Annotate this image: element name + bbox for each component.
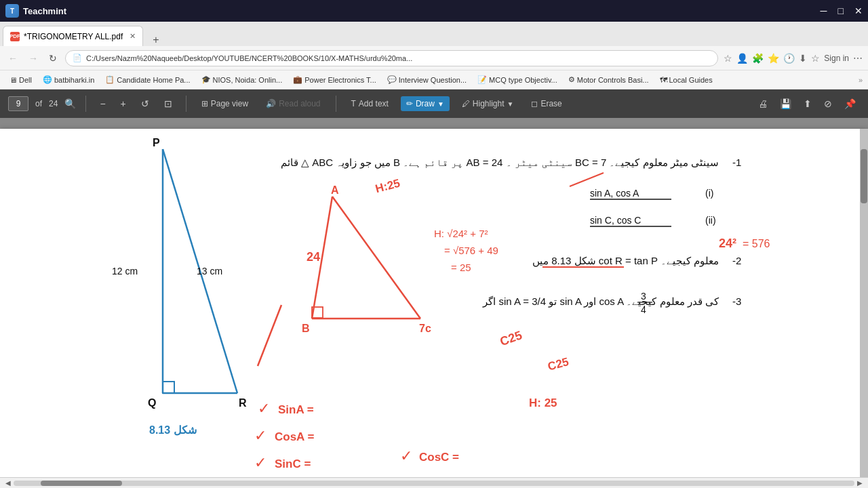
svg-rect-28 (312, 307, 323, 318)
pdf-page: P Q R 12 cm 13 cm 8.13 شکل قائم △ ABC می… (0, 129, 868, 477)
zoom-in-button[interactable]: + (117, 97, 130, 110)
scrollbar-thumb[interactable] (861, 149, 867, 203)
svg-text:8.13 شکل: 8.13 شکل (149, 424, 197, 436)
zoom-out-button[interactable]: − (96, 97, 109, 110)
svg-text:اگر sin A = 3/4 تو sin A اور c: اگر sin A = 3/4 تو sin A اور cos A کی قد… (482, 296, 719, 308)
bookmarks-more[interactable]: » (859, 76, 863, 84)
bookmark-dell[interactable]: 🖥 Dell (5, 75, 36, 85)
svg-text:✓: ✓ (400, 447, 412, 464)
app-logo: T Teachmint (5, 4, 66, 18)
bottom-scroll-track[interactable] (14, 481, 854, 486)
signin-button[interactable]: Sign in (824, 54, 849, 63)
tab-trigonometry[interactable]: PDF *TRIGONOMETRY ALL.pdf ✕ (3, 26, 143, 46)
print-button[interactable]: 🖨 (754, 97, 772, 110)
svg-text:sin A, cos A: sin A, cos A (590, 188, 639, 199)
tab-bar: PDF *TRIGONOMETRY ALL.pdf ✕ + (0, 22, 868, 46)
svg-line-26 (332, 197, 420, 319)
pin-button[interactable]: 📌 (840, 97, 860, 110)
bookmark-candidate[interactable]: 📋 Candidate Home Pa... (101, 74, 194, 85)
bookmark-icon: 🌐 (43, 75, 52, 84)
svg-text:4: 4 (641, 304, 646, 315)
svg-line-50 (258, 305, 281, 366)
bookmark-icon: 🎓 (201, 75, 211, 84)
title-bar-right: ─ □ ✕ (821, 5, 863, 16)
bookmark-motor[interactable]: ⚙ Motor Controls Basi... (564, 74, 653, 85)
scroll-left-arrow[interactable]: ◀ (5, 479, 11, 487)
profile-icon[interactable]: 👤 (736, 53, 748, 64)
svg-text:-2: -2 (732, 255, 741, 266)
svg-text:A: A (331, 184, 339, 196)
bottom-scroll-thumb[interactable] (41, 481, 122, 486)
highlight-icon: 🖊 (462, 99, 470, 108)
url-bar[interactable]: 📄 C:/Users/Nazm%20Naqueeb/Desktop/YOUTUB… (65, 50, 718, 66)
bookmark-mcq[interactable]: 📝 MCQ type Objectiv... (473, 74, 561, 85)
svg-text:7c: 7c (419, 323, 431, 334)
tab-pdf-icon: PDF (10, 32, 20, 41)
collections-icon[interactable]: ⭐ (768, 53, 779, 64)
pdf-right-tools: 🖨 💾 ⬆ ⊘ 📌 (754, 97, 860, 110)
more-tools-button[interactable]: ⊘ (820, 97, 836, 110)
favorites-icon[interactable]: ☆ (811, 53, 820, 64)
erase-icon: ◻ (531, 99, 538, 108)
close-button[interactable]: ✕ (854, 5, 863, 16)
bookmark-batbiharki[interactable]: 🌐 batbiharki.in (39, 74, 98, 85)
bottom-scrollbar[interactable]: ◀ ▶ (0, 477, 868, 488)
bookmark-nios[interactable]: 🎓 NIOS, Noida: Onlin... (197, 74, 287, 85)
read-aloud-button[interactable]: 🔊 Read aloud (260, 96, 326, 111)
tab-close-icon[interactable]: ✕ (130, 32, 136, 41)
url-text: C:/Users/Nazm%20Naqueeb/Desktop/YOUTUBE/… (86, 54, 412, 62)
pdf-annotations: P Q R 12 cm 13 cm 8.13 شکل قائم △ ABC می… (0, 129, 868, 477)
svg-text:= √576 + 49: = √576 + 49 (444, 245, 498, 256)
draw-button[interactable]: ✏ Draw ▼ (401, 96, 450, 111)
svg-text:24²: 24² (719, 237, 736, 250)
svg-line-2 (163, 149, 237, 393)
svg-line-52 (570, 173, 604, 186)
highlight-button[interactable]: 🖊 Highlight ▼ (456, 96, 519, 111)
page-of-label: of (35, 99, 42, 108)
right-scrollbar[interactable] (860, 129, 868, 477)
menu-icon[interactable]: ⋯ (853, 53, 863, 64)
fit-button[interactable]: ⊡ (160, 97, 176, 110)
svg-text:Q: Q (148, 397, 156, 409)
bookmark-icon: 📋 (105, 75, 115, 84)
bookmark-local-guides[interactable]: 🗺 Local Guides (656, 75, 717, 85)
refresh-button[interactable]: ↻ (46, 50, 60, 66)
svg-text:H: 25: H: 25 (529, 396, 557, 409)
page-number-input[interactable] (8, 96, 28, 111)
svg-text:C25: C25 (498, 328, 524, 348)
downloads-icon[interactable]: ⬇ (799, 53, 807, 64)
star-icon[interactable]: ☆ (724, 53, 732, 64)
erase-button[interactable]: ◻ Erase (526, 96, 567, 111)
bookmark-icon: 💼 (293, 75, 302, 84)
add-text-button[interactable]: T Add text (346, 96, 394, 111)
bookmark-interview[interactable]: 💬 Interview Question... (383, 74, 471, 85)
save-button[interactable]: 💾 (776, 97, 795, 110)
svg-text:SinA =: SinA = (278, 403, 314, 416)
new-tab-button[interactable]: + (147, 34, 164, 46)
rotate-button[interactable]: ↺ (137, 97, 153, 110)
page-total-label: 24 (49, 99, 58, 108)
bookmark-icon: ⚙ (568, 75, 575, 84)
back-button[interactable]: ← (5, 50, 20, 66)
share-button[interactable]: ⬆ (800, 97, 816, 110)
bookmark-icon: 💬 (387, 75, 397, 84)
svg-text:= 25: = 25 (451, 262, 471, 273)
page-view-button[interactable]: ⊞ Page view (196, 96, 254, 111)
history-icon[interactable]: 🕐 (783, 53, 795, 64)
extensions-icon[interactable]: 🧩 (752, 53, 764, 64)
svg-text:SinC =: SinC = (275, 458, 311, 470)
title-bar: T Teachmint ─ □ ✕ (0, 0, 868, 22)
svg-text:✓: ✓ (254, 454, 267, 471)
svg-text:✓: ✓ (254, 427, 267, 444)
svg-text:24: 24 (307, 250, 320, 264)
svg-text:R: R (239, 397, 247, 409)
scroll-right-arrow[interactable]: ▶ (857, 479, 863, 487)
search-icon[interactable]: 🔍 (64, 98, 76, 109)
maximize-button[interactable]: □ (838, 5, 844, 16)
bookmark-power-electronics[interactable]: 💼 Power Electronics T... (289, 74, 380, 85)
minimize-button[interactable]: ─ (821, 5, 827, 16)
bookmarks-bar: 🖥 Dell 🌐 batbiharki.in 📋 Candidate Home … (0, 70, 868, 89)
add-text-icon: T (351, 99, 356, 108)
forward-button[interactable]: → (26, 50, 41, 66)
address-bar: ← → ↻ 📄 C:/Users/Nazm%20Naqueeb/Desktop/… (0, 46, 868, 70)
